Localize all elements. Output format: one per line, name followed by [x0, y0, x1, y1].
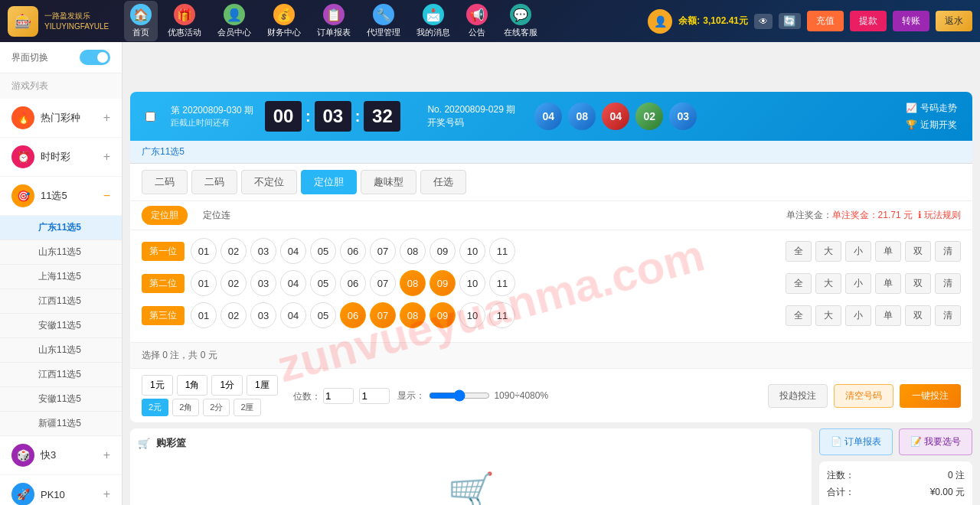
qbtn-2-big[interactable]: 大	[815, 273, 841, 294]
submenu-guangdong11x5[interactable]: 广东11选5	[0, 216, 122, 240]
subtab-dingwei-dan[interactable]: 定位胆	[142, 206, 188, 225]
nav-home[interactable]: 🏠 首页	[124, 1, 158, 41]
qbtn-2-small[interactable]: 小	[845, 273, 871, 294]
submenu-anhui11x5-2[interactable]: 安徽11选5	[0, 387, 122, 412]
clear-button[interactable]: 清空号码	[834, 384, 893, 408]
num-2-01[interactable]: 01	[191, 270, 217, 296]
tab-erma2[interactable]: 二码	[191, 170, 237, 194]
qbtn-1-even[interactable]: 双	[905, 241, 931, 262]
nav-activity[interactable]: 🎁 优惠活动	[162, 1, 207, 41]
charge-button[interactable]: 充值	[807, 11, 844, 31]
qbtn-2-all[interactable]: 全	[786, 273, 812, 294]
num-3-11[interactable]: 11	[489, 302, 515, 328]
qbtn-3-small[interactable]: 小	[845, 305, 871, 326]
num-3-01[interactable]: 01	[191, 302, 217, 328]
num-1-05[interactable]: 05	[310, 238, 336, 264]
preset-1li[interactable]: 1厘	[247, 375, 278, 396]
num-3-03[interactable]: 03	[250, 302, 276, 328]
qbtn-3-clear[interactable]: 清	[935, 305, 961, 326]
num-2-03[interactable]: 03	[250, 270, 276, 296]
tab-dingwei[interactable]: 定位胆	[301, 170, 357, 194]
num-1-01[interactable]: 01	[191, 238, 217, 264]
submenu-anhui11x5[interactable]: 安徽11选5	[0, 314, 122, 338]
tab-erma[interactable]: 二码	[142, 170, 188, 194]
tab-buding[interactable]: 不定位	[241, 170, 297, 194]
tab-quwei[interactable]: 趣味型	[361, 170, 416, 194]
num-2-11[interactable]: 11	[489, 270, 515, 296]
num-3-10[interactable]: 10	[459, 302, 485, 328]
qbtn-1-all[interactable]: 全	[786, 241, 812, 262]
sidebar-item-k3[interactable]: 🎲 快3 +	[0, 436, 122, 475]
num-1-11[interactable]: 11	[489, 238, 515, 264]
qbtn-1-clear[interactable]: 清	[935, 241, 961, 262]
qbtn-1-big[interactable]: 大	[815, 241, 841, 262]
num-3-04[interactable]: 04	[280, 302, 306, 328]
num-2-06[interactable]: 06	[340, 270, 366, 296]
submenu-shandong11x5-2[interactable]: 山东11选5	[0, 338, 122, 363]
preset-1fen[interactable]: 1分	[211, 375, 243, 396]
num-2-05[interactable]: 05	[310, 270, 336, 296]
nav-proxy[interactable]: 🔧 代理管理	[361, 1, 407, 41]
num-3-09[interactable]: 09	[430, 302, 456, 328]
balance-eye-button[interactable]: 👁	[754, 14, 773, 29]
qbtn-3-odd[interactable]: 单	[875, 305, 901, 326]
order-report-button[interactable]: 📄 订单报表	[819, 428, 893, 455]
qbtn-2-odd[interactable]: 单	[875, 273, 901, 294]
toggle-switch[interactable]	[80, 50, 110, 65]
nav-order[interactable]: 📋 订单报表	[311, 1, 357, 41]
num-3-02[interactable]: 02	[220, 302, 247, 328]
preset-1jiao[interactable]: 1角	[177, 375, 208, 396]
one-click-bet-button[interactable]: 一键投注	[900, 384, 961, 408]
nav-finance[interactable]: 💰 财务中心	[261, 1, 307, 41]
nav-message[interactable]: 📩 我的消息	[410, 1, 456, 41]
withdraw-button[interactable]: 提款	[850, 11, 887, 31]
preset-2yuan[interactable]: 2元	[142, 399, 168, 416]
quantity-input[interactable]	[323, 388, 354, 404]
transfer-button[interactable]: 转账	[893, 11, 929, 31]
qbtn-2-even[interactable]: 双	[905, 273, 931, 294]
qbtn-1-small[interactable]: 小	[845, 241, 871, 262]
num-1-02[interactable]: 02	[220, 238, 247, 264]
num-3-06[interactable]: 06	[340, 302, 366, 328]
num-1-10[interactable]: 10	[459, 238, 485, 264]
balance-refresh-button[interactable]: 🔄	[779, 13, 801, 29]
num-1-04[interactable]: 04	[280, 238, 306, 264]
qbtn-3-even[interactable]: 双	[905, 305, 931, 326]
num-2-04[interactable]: 04	[280, 270, 306, 296]
nav-member[interactable]: 👤 会员中心	[211, 1, 257, 41]
num-3-05[interactable]: 05	[310, 302, 336, 328]
rules-link[interactable]: 玩法规则	[924, 210, 961, 220]
tab-renxuan[interactable]: 任选	[420, 170, 466, 194]
preset-2fen[interactable]: 2分	[203, 399, 230, 416]
trend-link[interactable]: 📈 号码走势	[906, 102, 957, 115]
qbtn-3-big[interactable]: 大	[815, 305, 841, 326]
recent-link[interactable]: 🏆 近期开奖	[906, 119, 957, 132]
sidebar-item-11x5[interactable]: 🎯 11选5 −	[0, 177, 122, 216]
num-3-08[interactable]: 08	[400, 302, 426, 328]
num-1-09[interactable]: 09	[430, 238, 456, 264]
num-2-02[interactable]: 02	[220, 270, 247, 296]
submenu-shandong11x5[interactable]: 山东11选5	[0, 240, 122, 265]
preset-1yuan[interactable]: 1元	[142, 375, 173, 396]
qbtn-1-odd[interactable]: 单	[875, 241, 901, 262]
preset-2jiao[interactable]: 2角	[172, 399, 199, 416]
submenu-jiangxi11x5-2[interactable]: 江西11选5	[0, 363, 122, 387]
vip-button[interactable]: 返水	[936, 11, 972, 31]
submenu-jiangxi11x5[interactable]: 江西11选5	[0, 289, 122, 314]
qbtn-2-clear[interactable]: 清	[935, 273, 961, 294]
num-2-09[interactable]: 09	[430, 270, 456, 296]
submenu-shanghai11x5[interactable]: 上海11选5	[0, 265, 122, 289]
num-2-10[interactable]: 10	[459, 270, 485, 296]
show-slider[interactable]	[429, 389, 490, 402]
num-1-07[interactable]: 07	[370, 238, 396, 264]
nav-public[interactable]: 📢 公告	[460, 1, 494, 41]
qbtn-3-all[interactable]: 全	[786, 305, 812, 326]
sidebar-item-realtime[interactable]: ⏰ 时时彩 +	[0, 138, 122, 177]
num-2-08[interactable]: 08	[400, 270, 426, 296]
nav-service[interactable]: 💬 在线客服	[498, 1, 544, 41]
subtab-dingwei-lian[interactable]: 定位连	[194, 206, 240, 225]
timer-checkbox[interactable]	[145, 112, 155, 122]
sidebar-item-hot[interactable]: 🔥 热门彩种 +	[0, 99, 122, 138]
submenu-xinjiang11x5[interactable]: 新疆11选5	[0, 412, 122, 436]
sidebar-item-pk10[interactable]: 🚀 PK10 +	[0, 475, 122, 505]
